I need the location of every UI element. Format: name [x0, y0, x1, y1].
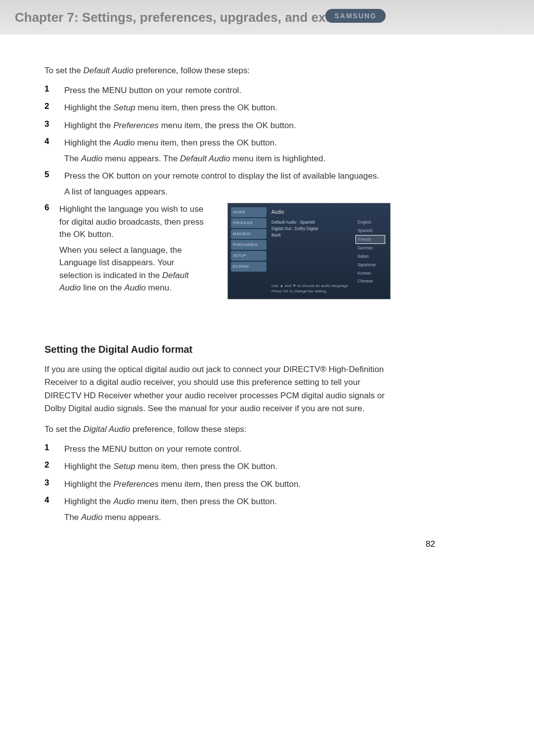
step-row: 4 Highlight the Audio menu item, then pr…: [44, 495, 391, 523]
text: menu item, then press the OK button.: [135, 138, 277, 147]
step-row: 2 Highlight the Setup menu item, then pr…: [44, 101, 391, 114]
section2-paragraph: If you are using the optical digital aud…: [44, 363, 391, 415]
tv-sidebar-item: PURCHASES: [231, 240, 267, 250]
step-body: Press the OK button on your remote contr…: [64, 170, 391, 198]
text: menu item, the press the OK button.: [159, 121, 296, 130]
tv-main-lines: Default Audio : Spanish Digital Out : Do…: [271, 219, 318, 238]
tv-language-option: Spanish: [356, 227, 385, 235]
text: Highlight the: [64, 497, 113, 506]
text: The: [64, 513, 81, 522]
text: The: [64, 154, 81, 163]
step-body: Highlight the language you wish to use f…: [59, 203, 391, 299]
text-emphasis: Audio: [81, 513, 102, 522]
text: menu.: [146, 283, 172, 292]
text-emphasis: Audio: [113, 497, 134, 506]
step-row: 1 Press the MENU button on your remote c…: [44, 84, 391, 97]
tv-language-option: English: [356, 218, 385, 227]
text: preference, follow these steps:: [130, 425, 246, 434]
tv-sidebar-item: MAILBOX: [231, 229, 267, 239]
step-row: 4 Highlight the Audio menu item, then pr…: [44, 137, 391, 165]
text: Highlight the: [64, 479, 113, 489]
step-body: Highlight the Setup menu item, then pres…: [64, 101, 391, 114]
text-emphasis: Audio: [113, 138, 134, 147]
page-content: To set the Default Audio preference, fol…: [0, 35, 435, 523]
tv-menu-screenshot: GUIDE PROFILES MAILBOX PURCHASES SETUP E…: [227, 203, 391, 299]
text: Press the OK button on your remote contr…: [64, 171, 379, 181]
step-number: 6: [44, 203, 59, 299]
step-subtext: The Audio menu appears. The Default Audi…: [64, 152, 391, 165]
tv-sidebar-item: PROFILES: [231, 218, 267, 228]
page-number: 82: [426, 539, 435, 549]
step-row: 2 Highlight the Setup menu item, then pr…: [44, 460, 391, 473]
text-emphasis: Preferences: [113, 479, 159, 489]
text-emphasis: Preferences: [113, 121, 159, 130]
step-number: 5: [44, 170, 64, 198]
text: To set the: [44, 66, 83, 75]
step-row: 5 Press the OK button on your remote con…: [44, 170, 391, 198]
text: line on the: [81, 283, 124, 292]
page-header: Chapter 7: Settings, preferences, upgrad…: [0, 0, 534, 35]
text: Highlight the: [64, 121, 113, 130]
section2-heading: Setting the Digital Audio format: [44, 344, 391, 355]
step-number: 1: [44, 84, 64, 97]
step-number: 4: [44, 137, 64, 165]
text: menu item, then press the OK button.: [159, 479, 301, 489]
tv-menu-line: Digital Out : Dolby Digital: [271, 226, 318, 232]
step-body: Highlight the Setup menu item, then pres…: [64, 460, 391, 473]
step-body: Highlight the Preferences menu item, the…: [64, 119, 391, 132]
step-number: 3: [44, 478, 64, 491]
tv-menu-line: Back: [271, 232, 318, 238]
step-number: 2: [44, 460, 64, 473]
tv-sidebar-item: SETUP: [231, 251, 267, 261]
text: Highlight the language you wish to use f…: [59, 204, 204, 239]
tv-language-option: German: [356, 244, 385, 252]
step-body: Highlight the Audio menu item, then pres…: [64, 137, 391, 165]
step-body: Press the MENU button on your remote con…: [64, 84, 391, 97]
tv-language-option-selected: French: [356, 235, 385, 244]
step-row: 3 Highlight the Preferences menu item, t…: [44, 478, 391, 491]
text-emphasis: Setup: [113, 462, 135, 471]
text: preference, follow these steps:: [134, 66, 250, 75]
step-subtext: A list of languages appears.: [64, 186, 391, 198]
tv-sidebar-item: GUIDE: [231, 207, 267, 217]
text: Highlight the: [64, 138, 113, 147]
text: menu appears. The: [103, 154, 180, 163]
tv-language-option: Japanese: [356, 261, 385, 269]
text: Press OK to change the setting.: [271, 289, 349, 294]
step-body: Press the MENU button on your remote con…: [64, 443, 391, 456]
text-emphasis: Default Audio: [180, 154, 230, 163]
text: To set the: [44, 425, 83, 434]
text-emphasis: Default Audio: [83, 66, 133, 75]
step-number: 1: [44, 443, 64, 456]
step-number: 3: [44, 119, 64, 132]
text-emphasis: Digital Audio: [83, 425, 130, 434]
step-body: Highlight the Audio menu item, then pres…: [64, 495, 391, 523]
text: menu item is highlighted.: [230, 154, 326, 163]
text: menu item, then press the OK button.: [135, 497, 277, 506]
text: menu item, then press the OK button.: [135, 462, 277, 471]
text: menu appears.: [103, 513, 161, 522]
tv-panel-title: Audio: [271, 208, 284, 216]
tv-sidebar: GUIDE PROFILES MAILBOX PURCHASES SETUP E…: [231, 207, 267, 273]
text-emphasis: Audio: [124, 283, 145, 292]
step-subtext: The Audio menu appears.: [64, 511, 391, 524]
section2-intro: To set the Digital Audio preference, fol…: [44, 423, 391, 436]
text-emphasis: Audio: [81, 154, 102, 163]
text: Use ▲ and ▼ to choose an audio language.: [271, 284, 349, 288]
text: menu item, then press the OK button.: [135, 103, 277, 112]
tv-language-list: English Spanish French German Italian Ja…: [356, 218, 385, 285]
step-body: Highlight the Preferences menu item, the…: [64, 478, 391, 491]
text: Highlight the: [64, 462, 113, 471]
step-row: 6 Highlight the language you wish to use…: [44, 203, 391, 299]
tv-language-option: Chinese: [356, 277, 385, 285]
step-number: 2: [44, 101, 64, 114]
text-emphasis: Setup: [113, 103, 135, 112]
tv-sidebar-item: EXTRAS: [231, 262, 267, 272]
step-row: 3 Highlight the Preferences menu item, t…: [44, 119, 391, 132]
tv-menu-line: Default Audio : Spanish: [271, 219, 318, 226]
chapter-title: Chapter 7: Settings, preferences, upgrad…: [15, 10, 349, 25]
step-subtext: When you select a language, the Language…: [59, 244, 208, 294]
text: Highlight the: [64, 103, 113, 112]
tv-language-option: Korean: [356, 269, 385, 278]
step-row: 1 Press the MENU button on your remote c…: [44, 443, 391, 456]
